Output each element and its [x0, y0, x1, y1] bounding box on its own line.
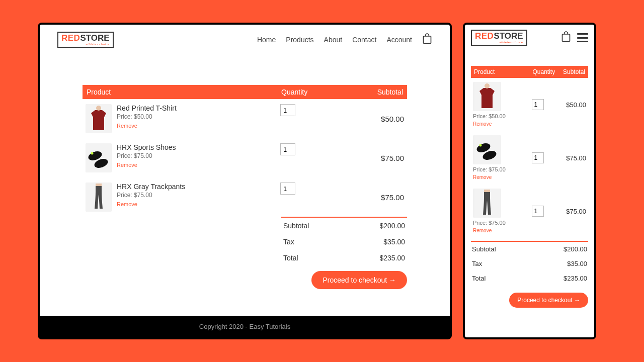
nav-home[interactable]: Home — [257, 36, 276, 44]
logo-red: RED — [61, 33, 80, 43]
table-row: Price: $50.00 Remove $50.00 — [471, 78, 588, 131]
table-row: HRX Sports Shoes Price: $75.00 Remove $7… — [83, 138, 407, 177]
mobile-navbar: REDSTORE athletes choice — [471, 30, 588, 46]
svg-rect-9 — [562, 34, 570, 41]
cart-icon[interactable] — [561, 31, 571, 44]
logo-tagline: athletes choice — [61, 43, 110, 46]
table-row: Price: $75.00 Remove $75.00 — [471, 185, 588, 238]
svg-point-2 — [96, 106, 101, 111]
checkout-button[interactable]: Proceed to checkout → — [509, 293, 588, 308]
total-value: $235.00 — [379, 254, 405, 262]
logo-tagline: athletes choice — [475, 41, 523, 44]
quantity-input[interactable] — [280, 183, 295, 195]
product-name: Red Printed T-Shirt — [117, 104, 177, 112]
row-subtotal: $50.00 — [326, 99, 407, 138]
product-thumbnail — [86, 104, 112, 133]
product-thumbnail — [86, 183, 112, 212]
desktop-view: REDSTORE athletes choice Home Products A… — [38, 23, 452, 339]
subtotal-label: Subtotal — [283, 222, 309, 230]
col-subtotal: Subtotal — [559, 66, 588, 78]
product-name: HRX Sports Shoes — [117, 143, 176, 151]
nav-links: Home Products About Contact Account — [257, 33, 432, 46]
product-price: Price: $75.00 — [473, 166, 528, 172]
svg-rect-8 — [96, 184, 102, 186]
navbar: REDSTORE athletes choice Home Products A… — [40, 25, 450, 55]
totals-box: Subtotal$200.00 Tax$35.00 Total$235.00 — [471, 241, 588, 286]
checkout-button[interactable]: Proceed to checkout → — [311, 271, 407, 289]
cart-table: Product Quantity Subtotal Price: $50.00 … — [471, 66, 588, 238]
row-subtotal: $75.00 — [559, 185, 588, 238]
quantity-input[interactable] — [532, 99, 544, 110]
col-quantity: Quantity — [277, 85, 326, 99]
product-price: Price: $50.00 — [473, 113, 528, 119]
table-row: Red Printed T-Shirt Price: $50.00 Remove… — [83, 99, 407, 138]
product-name: HRX Gray Trackpants — [117, 183, 185, 191]
svg-rect-17 — [484, 190, 490, 192]
row-subtotal: $75.00 — [559, 131, 588, 185]
total-label: Total — [283, 254, 298, 262]
remove-link[interactable]: Remove — [117, 201, 137, 207]
cart-icon[interactable] — [422, 33, 432, 46]
logo-store: STORE — [80, 33, 109, 43]
svg-point-6 — [91, 152, 94, 155]
hamburger-icon[interactable] — [577, 33, 588, 42]
quantity-input[interactable] — [280, 143, 295, 155]
quantity-input[interactable] — [532, 206, 544, 217]
subtotal-label: Subtotal — [472, 245, 496, 253]
total-value: $235.00 — [564, 275, 587, 282]
nav-contact[interactable]: Contact — [352, 36, 376, 44]
quantity-input[interactable] — [280, 104, 295, 116]
cart-table: Product Quantity Subtotal Red Printed — [83, 85, 407, 217]
subtotal-value: $200.00 — [564, 245, 587, 253]
svg-rect-0 — [424, 36, 431, 43]
col-product: Product — [83, 85, 277, 99]
product-price: Price: $50.00 — [117, 113, 177, 120]
tax-label: Tax — [472, 260, 482, 267]
product-thumbnail — [86, 143, 112, 172]
svg-point-11 — [485, 83, 490, 88]
remove-link[interactable]: Remove — [473, 121, 492, 127]
mobile-view: REDSTORE athletes choice Product Quantit… — [463, 23, 596, 339]
tax-value: $35.00 — [567, 260, 587, 267]
col-product: Product — [471, 66, 530, 78]
subtotal-value: $200.00 — [379, 222, 405, 230]
quantity-input[interactable] — [532, 152, 544, 163]
logo[interactable]: REDSTORE athletes choice — [471, 30, 527, 46]
nav-about[interactable]: About — [324, 36, 343, 44]
logo-store: STORE — [494, 31, 523, 41]
nav-account[interactable]: Account — [386, 36, 412, 44]
remove-link[interactable]: Remove — [117, 162, 137, 168]
totals-box: Subtotal$200.00 Tax$35.00 Total$235.00 — [281, 217, 407, 266]
product-thumbnail — [473, 189, 501, 218]
table-row: Price: $75.00 Remove $75.00 — [471, 131, 588, 185]
nav-products[interactable]: Products — [286, 36, 313, 44]
row-subtotal: $75.00 — [326, 177, 407, 217]
remove-link[interactable]: Remove — [473, 174, 492, 180]
row-subtotal: $50.00 — [559, 78, 588, 131]
product-price: Price: $75.00 — [117, 152, 176, 159]
total-label: Total — [472, 275, 486, 282]
col-subtotal: Subtotal — [326, 85, 407, 99]
product-thumbnail — [473, 82, 501, 111]
col-quantity: Quantity — [530, 66, 559, 78]
product-price: Price: $75.00 — [117, 192, 185, 199]
footer: Copyright 2020 - Easy Tutorials — [40, 316, 450, 337]
product-price: Price: $75.00 — [473, 220, 528, 226]
remove-link[interactable]: Remove — [117, 123, 137, 129]
logo-red: RED — [475, 31, 494, 41]
remove-link[interactable]: Remove — [473, 228, 492, 233]
svg-point-15 — [479, 144, 482, 147]
product-thumbnail — [473, 135, 501, 164]
table-row: HRX Gray Trackpants Price: $75.00 Remove… — [83, 177, 407, 217]
tax-value: $35.00 — [383, 238, 405, 246]
row-subtotal: $75.00 — [326, 138, 407, 177]
tax-label: Tax — [283, 238, 294, 246]
logo[interactable]: REDSTORE athletes choice — [57, 32, 114, 48]
